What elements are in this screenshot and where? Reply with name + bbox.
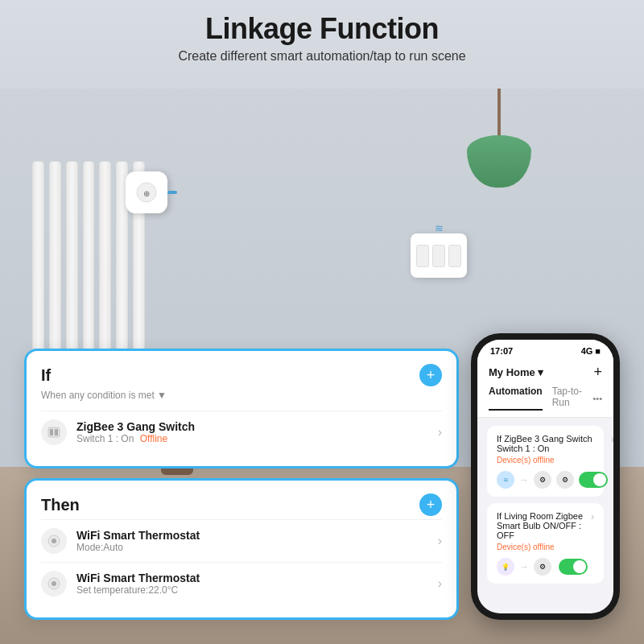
- rule1-toggle[interactable]: [579, 472, 608, 488]
- if-card: If + When any condition is met ▼ ZigBee …: [24, 349, 459, 469]
- lamp-cord: [497, 89, 501, 137]
- rule1-icon-1: ≋: [497, 471, 514, 489]
- rule2-icon-1: 💡: [497, 558, 514, 576]
- svg-rect-3: [50, 429, 53, 436]
- tab-tap-to-run[interactable]: Tap-to-Run: [552, 386, 593, 411]
- page-header: Linkage Function Create different smart …: [0, 12, 644, 64]
- automation-cards: If + When any condition is met ▼ ZigBee …: [24, 349, 459, 620]
- then-card: Then + WiFi Smart Thermostat Mode:Auto ›: [24, 478, 459, 620]
- phone-rule-1[interactable]: If ZigBee 3 Gang Switch Switch 1 : On De…: [487, 426, 604, 497]
- thermostat-mode-icon: [41, 528, 67, 554]
- phone-more-button[interactable]: •••: [592, 394, 602, 403]
- svg-rect-4: [55, 429, 58, 436]
- zigbee-switch-status: Switch 1 : On Offline: [76, 433, 438, 444]
- phone-add-button[interactable]: +: [593, 364, 602, 381]
- phone-status-bar: 17:07 4G ■: [477, 340, 613, 359]
- svg-text:⊕: ⊕: [143, 189, 150, 198]
- rule1-icon-2: ⚙: [534, 471, 551, 489]
- phone-rule-1-title: If ZigBee 3 Gang Switch Switch 1 : On: [497, 434, 608, 453]
- zigbee-switch-icon: [41, 419, 67, 445]
- svg-point-8: [52, 581, 56, 586]
- then-item-2[interactable]: WiFi Smart Thermostat Set temperature:22…: [41, 562, 442, 605]
- thermostat-temp-icon: [41, 571, 67, 597]
- thermostat-temp-name: WiFi Smart Thermostat: [76, 572, 438, 584]
- phone-mockup: 17:07 4G ■ My Home ▾ + Automation Tap-to…: [471, 333, 620, 620]
- then-card-header: Then +: [41, 493, 442, 516]
- then-item-1-chevron: ›: [438, 534, 442, 548]
- then-add-button[interactable]: +: [419, 493, 442, 516]
- then-title: Then: [41, 496, 80, 514]
- thermostat-device: ⊕: [126, 171, 167, 213]
- if-item[interactable]: ZigBee 3 Gang Switch Switch 1 : On Offli…: [41, 411, 442, 453]
- thermostat-mode-text: WiFi Smart Thermostat Mode:Auto: [76, 529, 438, 553]
- if-subtitle: When any condition is met ▼: [41, 390, 442, 401]
- phone-app-header: My Home ▾ + Automation Tap-to-Run •••: [477, 359, 613, 418]
- offline-badge: Offline: [140, 433, 167, 444]
- content-area: If + When any condition is met ▼ ZigBee …: [24, 333, 620, 620]
- thermostat-mode-name: WiFi Smart Thermostat: [76, 529, 438, 542]
- thermostat-temp-text: WiFi Smart Thermostat Set temperature:22…: [76, 572, 438, 596]
- lamp-shade: [467, 135, 531, 188]
- phone-signal: 4G ■: [581, 346, 601, 356]
- phone-screen: 17:07 4G ■ My Home ▾ + Automation Tap-to…: [477, 340, 613, 613]
- if-add-button[interactable]: +: [419, 364, 442, 386]
- if-title: If: [41, 366, 51, 385]
- phone-rule-1-subtitle: Device(s) offline: [497, 456, 608, 464]
- then-item-1[interactable]: WiFi Smart Thermostat Mode:Auto ›: [41, 519, 442, 562]
- thermostat-mode-status: Mode:Auto: [76, 542, 438, 553]
- page-title: Linkage Function: [0, 12, 644, 46]
- switch-panel: [416, 245, 461, 267]
- phone-content: If ZigBee 3 Gang Switch Switch 1 : On De…: [477, 418, 613, 598]
- zigbee-switch-name: ZigBee 3 Gang Switch: [76, 420, 438, 433]
- rule1-icon-3: ⚙: [556, 471, 574, 489]
- phone-rule-2[interactable]: If Living Room Zigbee Smart Bulb ON/OFF …: [487, 503, 604, 584]
- then-item-2-chevron: ›: [438, 576, 442, 591]
- page-subtitle: Create different smart automation/tap to…: [0, 49, 644, 64]
- wifi-indicator: ≋: [435, 222, 444, 234]
- phone-tabs: Automation Tap-to-Run: [489, 386, 592, 411]
- thermostat-temp-status: Set temperature:22.0°C: [76, 584, 438, 596]
- pendant-lamp: [467, 89, 531, 188]
- svg-point-6: [52, 539, 56, 543]
- wall-switch: ≋: [411, 233, 467, 278]
- if-item-chevron: ›: [438, 425, 442, 440]
- rule2-toggle[interactable]: [559, 559, 588, 575]
- phone-rule-2-title: If Living Room Zigbee Smart Bulb ON/OFF …: [497, 511, 588, 540]
- phone-rule-2-subtitle: Device(s) offline: [497, 543, 588, 551]
- tab-automation[interactable]: Automation: [489, 386, 543, 411]
- phone-home-label: My Home ▾: [489, 366, 543, 378]
- thermostat-icon: ⊕: [135, 181, 158, 204]
- rule2-icon-2: ⚙: [534, 558, 551, 576]
- phone-time: 17:07: [490, 346, 513, 356]
- zigbee-switch-text: ZigBee 3 Gang Switch Switch 1 : On Offli…: [76, 420, 438, 444]
- if-card-header: If +: [41, 364, 442, 386]
